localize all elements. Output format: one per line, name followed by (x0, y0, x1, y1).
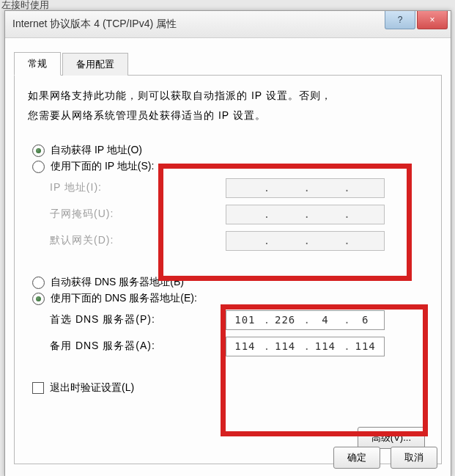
dialog-footer-buttons: 确定 取消 (333, 447, 437, 469)
radio-label: 使用下面的 DNS 服务器地址(E): (51, 292, 197, 305)
radio-icon (32, 293, 45, 305)
radio-ip-manual[interactable]: 使用下面的 IP 地址(S): (32, 160, 428, 173)
field-preferred-dns: 首选 DNS 服务器(P): 101. 226. 4. 6 (50, 308, 428, 332)
field-ip-address: IP 地址(I): . . . (50, 176, 428, 199)
default-gateway-input: . . . (226, 231, 385, 251)
window-controls: ? × (385, 11, 448, 29)
preferred-dns-input[interactable]: 101. 226. 4. 6 (226, 310, 385, 330)
radio-dns-manual[interactable]: 使用下面的 DNS 服务器地址(E): (32, 292, 428, 305)
properties-dialog: Internet 协议版本 4 (TCP/IPv4) 属性 ? × 常规 备用配… (4, 10, 451, 476)
tab-alternate[interactable]: 备用配置 (62, 53, 128, 76)
tabstrip: 常规 备用配置 (14, 51, 442, 76)
close-button[interactable]: × (417, 11, 448, 29)
subnet-mask-input: . . . (226, 205, 385, 224)
field-alternate-dns: 备用 DNS 服务器(A): 114. 114. 114. 114 (50, 334, 428, 358)
ip-address-label: IP 地址(I): (50, 181, 226, 194)
checkbox-label: 退出时验证设置(L) (50, 381, 134, 395)
tab-general[interactable]: 常规 (14, 52, 61, 76)
radio-ip-auto[interactable]: 自动获得 IP 地址(O) (32, 144, 428, 157)
advanced-button[interactable]: 高级(V)... (358, 427, 425, 449)
radio-icon (32, 277, 45, 289)
window-title: Internet 协议版本 4 (TCP/IPv4) 属性 (12, 18, 177, 31)
checkbox-icon (32, 382, 44, 394)
radio-icon (32, 144, 45, 157)
radio-icon (32, 161, 45, 173)
field-subnet-mask: 子网掩码(U): . . . (50, 202, 428, 226)
ip-address-input: . . . (226, 178, 385, 198)
alternate-dns-input[interactable]: 114. 114. 114. 114 (226, 337, 385, 356)
desc-line1: 如果网络支持此功能，则可以获取自动指派的 IP 设置。否则， (28, 89, 332, 101)
radio-dns-auto[interactable]: 自动获得 DNS 服务器地址(B) (32, 276, 428, 289)
desc-line2: 您需要从网络系统管理员处获得适当的 IP 设置。 (28, 109, 266, 121)
checkbox-validate-on-exit[interactable]: 退出时验证设置(L) (32, 381, 428, 395)
ok-button[interactable]: 确定 (333, 447, 380, 469)
cancel-button[interactable]: 取消 (391, 447, 437, 469)
preferred-dns-label: 首选 DNS 服务器(P): (50, 313, 226, 326)
radio-label: 使用下面的 IP 地址(S): (51, 160, 154, 173)
field-default-gateway: 默认网关(D): . . . (50, 229, 428, 252)
radio-label: 自动获得 IP 地址(O) (51, 144, 142, 157)
description-text: 如果网络支持此功能，则可以获取自动指派的 IP 设置。否则， 您需要从网络系统管… (28, 86, 428, 125)
subnet-mask-label: 子网掩码(U): (50, 208, 226, 221)
tab-panel-general: 如果网络支持此功能，则可以获取自动指派的 IP 设置。否则， 您需要从网络系统管… (14, 76, 442, 464)
titlebar: Internet 协议版本 4 (TCP/IPv4) 属性 ? × (5, 11, 451, 38)
alternate-dns-label: 备用 DNS 服务器(A): (50, 340, 226, 353)
radio-label: 自动获得 DNS 服务器地址(B) (51, 276, 184, 289)
default-gateway-label: 默认网关(D): (50, 234, 226, 247)
help-button[interactable]: ? (385, 11, 415, 29)
